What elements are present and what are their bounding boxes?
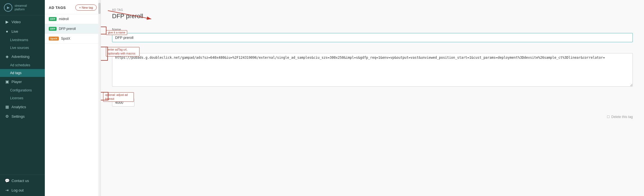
sidebar-item-label-live: Live [11,29,18,34]
sidebar-item-live[interactable]: ● Live [0,27,45,36]
scrollbar-thumb [98,3,101,14]
tag-badge-spotx: SpotX [49,37,59,41]
ad-tags-panel: AD TAGS + New tag DFP midroll DFP DFP pr… [45,0,101,196]
new-tag-button[interactable]: + New tag [75,4,97,11]
sidebar-item-label-live-sources: Live sources [10,46,29,50]
sidebar-item-label-video: Video [11,20,21,24]
ad-tags-header: AD TAGS + New tag [45,0,101,14]
url-textarea[interactable]: https://pubads.g.doubleclick.net/gampad/… [112,53,633,87]
sidebar-item-label-livestreams: Livestreams [10,38,28,42]
sidebar-item-label-settings: Settings [11,114,25,119]
logo-text: streamrail platform [15,4,27,11]
sidebar-item-label-licenses: Licenses [10,96,23,100]
name-label: Name [112,28,633,32]
tag-badge-dfp-preroll: DFP [49,27,57,31]
sidebar-item-label-configurations: Configurations [10,88,32,92]
timeout-field-group: Timeout (ms) [112,93,633,107]
ad-tag-name-dfp-preroll: DFP preroll [59,27,76,31]
sidebar-item-video[interactable]: ▶ Video [0,17,45,27]
logo-play-icon: ▶ [4,3,12,12]
ad-tag-item-midroll[interactable]: DFP midroll [45,14,101,24]
ad-tags-list: DFP midroll DFP DFP preroll SpotX SpotX [45,14,101,196]
sidebar-item-player[interactable]: ▣ Player [0,77,45,86]
sidebar-item-label-ad-schedules: Ad schedules [10,63,30,67]
player-icon: ▣ [5,79,9,84]
sidebar: ▶ streamrail platform ▶ Video ● Live Liv… [0,0,45,196]
timeout-label: Timeout (ms) [112,93,633,97]
sidebar-item-ad-tags[interactable]: Ad tags [0,69,45,77]
timeout-input[interactable] [112,98,134,107]
sidebar-item-configurations[interactable]: Configurations [0,86,45,94]
sidebar-item-log-out[interactable]: ⇥ Log out [0,185,45,195]
contact-icon: 💬 [5,178,9,183]
url-label: URL [112,48,633,52]
sidebar-item-ad-schedules[interactable]: Ad schedules [0,61,45,69]
sidebar-item-label-analytics: Analytics [11,105,26,109]
sidebar-item-label-ad-tags: Ad tags [10,71,22,75]
ad-tag-item-spotx[interactable]: SpotX SpotX [45,34,101,44]
video-icon: ▶ [5,20,9,24]
tag-badge-midroll: DFP [49,17,57,21]
delete-tag-label: Delete this tag [611,115,633,119]
logout-icon: ⇥ [5,188,9,192]
sidebar-logo: ▶ streamrail platform [0,0,45,15]
sidebar-item-livestreams[interactable]: Livestreams [0,36,45,44]
sidebar-item-label-player: Player [11,80,22,84]
sidebar-item-live-sources[interactable]: Live sources [0,44,45,52]
sidebar-item-label-contact: Contact us [11,179,29,183]
url-field-group: URL https://pubads.g.doubleclick.net/gam… [112,48,633,88]
name-field-group: Name [112,28,633,42]
ad-tag-section-label: AD TAG [112,8,633,11]
ad-tag-name-spotx: SpotX [61,37,70,41]
sidebar-item-licenses[interactable]: Licenses [0,94,45,102]
ad-tags-title: AD TAGS [49,6,66,10]
annotation-box-url [101,47,108,61]
advertising-icon: ◈ [5,54,9,59]
settings-icon: ⚙ [5,114,9,119]
delete-checkbox-icon: ☐ [607,115,610,119]
ad-tag-name-midroll: midroll [59,17,69,21]
analytics-icon: ▦ [5,105,9,109]
ad-tag-item-dfp-preroll[interactable]: DFP DFP preroll [45,24,101,34]
live-icon: ● [5,29,9,34]
scrollbar[interactable] [98,0,101,196]
name-input[interactable] [112,33,633,42]
annotation-box-name [101,27,106,34]
nav-section-main: ▶ Video ● Live Livestreams Live sources … [0,15,45,123]
sidebar-item-label-advertising: Advertising [11,55,29,59]
annotation-box-timeout [101,92,108,100]
content-panel: give it a name enter adTag url, optional… [101,0,644,196]
sidebar-item-settings[interactable]: ⚙ Settings [0,112,45,121]
page-title: DFP preroll [112,13,633,20]
sidebar-bottom: 💬 Contact us ⇥ Log out [0,174,45,196]
sidebar-item-label-logout: Log out [11,188,24,192]
sidebar-item-advertising[interactable]: ◈ Advertising [0,52,45,61]
sidebar-item-analytics[interactable]: ▦ Analytics [0,102,45,112]
main-area: AD TAGS + New tag DFP midroll DFP DFP pr… [45,0,644,196]
delete-tag-link[interactable]: ☐ Delete this tag [112,115,633,119]
sidebar-item-contact-us[interactable]: 💬 Contact us [0,176,45,185]
